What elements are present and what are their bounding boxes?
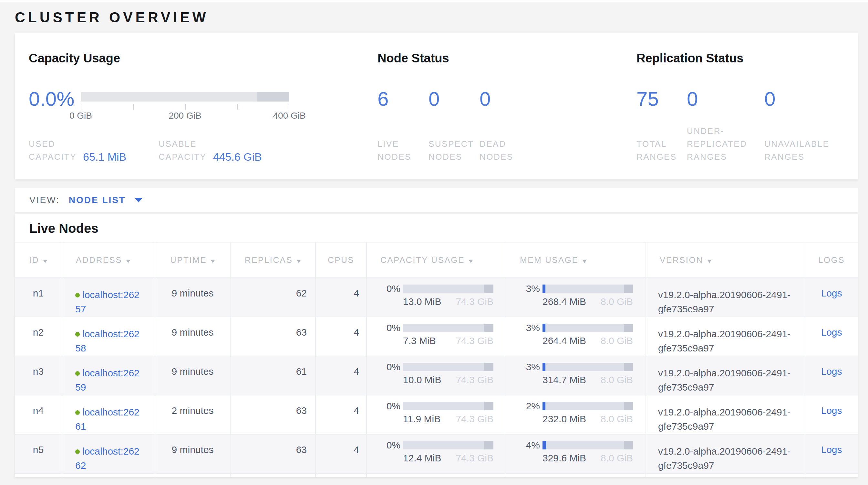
column-header-label: MEM USAGE	[520, 255, 578, 265]
capacity-bar-reserved-segment	[485, 363, 493, 371]
node-cpus-cell: 4	[315, 317, 367, 356]
column-header-address[interactable]: ADDRESS	[62, 242, 155, 278]
column-header-capacity[interactable]: CAPACITY USAGE	[367, 242, 506, 278]
node-logs-link[interactable]: Logs	[821, 366, 842, 377]
node-live-status-icon	[75, 332, 80, 337]
capacity-used-label: 10.0 MiB	[403, 374, 441, 386]
capacity-usage-bar	[403, 363, 493, 371]
capacity-usage-bar	[403, 402, 493, 410]
mem-used-label: 268.4 MiB	[542, 296, 586, 307]
mem-used-label: 264.4 MiB	[542, 335, 586, 346]
summary-stat: 0 SUSPECTNODES	[429, 89, 479, 163]
node-address-cell: localhost:26257	[62, 278, 155, 317]
stat-value: 75	[637, 89, 687, 109]
view-dropdown-value: NODE LIST	[69, 195, 126, 205]
node-address-link[interactable]: localhost:26261	[75, 407, 140, 432]
node-version-cell: v19.2.0-alpha.20190606-2491-gfe735c9a97	[646, 434, 805, 473]
mem-used-label: 232.0 MiB	[542, 413, 586, 425]
view-selector-bar: VIEW: NODE LIST	[15, 188, 858, 212]
gauge-tick	[185, 104, 186, 110]
node-capacity-usage-cell: 0% 11.9 MiB 74.3 GiB	[367, 395, 506, 434]
view-dropdown[interactable]: NODE LIST	[69, 195, 143, 205]
node-logs-link[interactable]: Logs	[821, 444, 842, 455]
mem-total-label: 8.0 GiB	[600, 335, 633, 346]
sort-arrow-icon	[297, 260, 301, 263]
node-replicas-cell: 63	[230, 317, 315, 356]
mem-total-label: 8.0 GiB	[600, 453, 633, 464]
node-logs-link[interactable]: Logs	[821, 405, 842, 416]
capacity-usage-section: Capacity Usage 0.0%	[15, 51, 377, 179]
stat-label: LIVENODES	[377, 137, 429, 163]
node-address-link[interactable]: localhost:26257	[75, 289, 140, 314]
node-mem-usage-cell: 3% 264.4 MiB 8.0 GiB	[506, 317, 646, 356]
node-mem-usage-cell: 2% 232.0 MiB 8.0 GiB	[506, 395, 646, 434]
node-logs-cell: Logs	[805, 278, 858, 317]
node-address-link[interactable]: localhost:26262	[75, 446, 140, 471]
mem-bar-reserved-segment	[624, 441, 633, 450]
cluster-overview-screen: CLUSTER OVERVIEW Capacity Usage 0.0%	[0, 0, 868, 485]
column-header-replicas[interactable]: REPLICAS	[230, 242, 315, 278]
chevron-down-icon	[135, 198, 143, 202]
stat-value: 0	[479, 89, 531, 109]
column-header-logs: LOGS	[805, 242, 858, 278]
capacity-gauge-ticks	[81, 104, 289, 110]
node-uptime-cell: 2 minutes	[155, 395, 230, 434]
node-address-cell: localhost:26261	[62, 395, 155, 434]
summary-stat: 0 DEADNODES	[479, 89, 531, 163]
node-live-status-icon	[75, 293, 80, 297]
stat-value: 6	[377, 89, 429, 109]
stat-label: DEADNODES	[479, 137, 531, 163]
column-header-id[interactable]: ID	[15, 242, 62, 278]
page-title: CLUSTER OVERVIEW	[15, 9, 868, 26]
stat-value: 0	[429, 89, 479, 109]
stat-label: TOTALRANGES	[637, 137, 687, 163]
capacity-total-label: 74.3 GiB	[456, 374, 493, 386]
column-header-label: VERSION	[660, 255, 703, 265]
capacity-total-label: 74.3 GiB	[456, 335, 493, 346]
node-mem-usage-cell: 4% 329.6 MiB 8.0 GiB	[506, 434, 646, 473]
sort-arrow-icon	[707, 260, 712, 263]
column-header-label: LOGS	[818, 255, 845, 265]
mem-used-label: 329.6 MiB	[542, 453, 586, 464]
node-uptime-cell: 9 minutes	[155, 434, 230, 473]
mem-usage-bar	[542, 363, 633, 371]
gauge-tick	[133, 104, 134, 110]
node-uptime-cell: 9 minutes	[155, 278, 230, 317]
node-mem-usage-cell: 3% 268.4 MiB 8.0 GiB	[506, 278, 646, 317]
table-row: n4 localhost:26261 2 minutes 63 4 0% 11.…	[15, 395, 858, 434]
column-header-version[interactable]: VERSION	[646, 242, 805, 278]
node-status-heading: Node Status	[377, 51, 637, 66]
node-address-link[interactable]: localhost:26259	[75, 368, 140, 393]
capacity-usage-bar	[403, 324, 493, 332]
column-header-mem[interactable]: MEM USAGE	[506, 242, 646, 278]
live-nodes-card: Live Nodes IDADDRESSUPTIMEREPLICASCPUSCA…	[15, 214, 858, 477]
stat-label: UNAVAILABLERANGES	[764, 137, 829, 163]
column-header-label: UPTIME	[170, 255, 207, 265]
gauge-tick-label: 200 GiB	[168, 111, 201, 121]
mem-percent-label: 3%	[520, 285, 540, 293]
node-version-cell: v19.2.0-alpha.20190606-2491-gfe735c9a97	[646, 278, 805, 317]
sort-arrow-icon	[469, 260, 473, 263]
sort-arrow-icon	[126, 260, 130, 263]
node-address-link[interactable]: localhost:26258	[75, 329, 140, 353]
capacity-bar-reserved-segment	[485, 324, 493, 332]
capacity-gauge: 0 GiB200 GiB400 GiB	[81, 89, 289, 121]
column-header-uptime[interactable]: UPTIME	[155, 242, 230, 278]
capacity-used-label: 13.0 MiB	[403, 296, 441, 307]
live-nodes-heading: Live Nodes	[15, 214, 858, 242]
summary-stat: 75 TOTALRANGES	[637, 89, 687, 163]
stat-value: 0	[687, 89, 764, 109]
node-cpus-cell: 4	[315, 356, 367, 395]
node-logs-link[interactable]: Logs	[821, 327, 842, 338]
mem-total-label: 8.0 GiB	[600, 374, 633, 386]
node-logs-link[interactable]: Logs	[821, 288, 842, 298]
capacity-usage-heading: Capacity Usage	[29, 51, 377, 66]
capacity-stat-group: USEDCAPACITY 65.1 MiB USABLECAPACITY 445…	[29, 137, 262, 163]
node-capacity-usage-cell: 0% 7.3 MiB 74.3 GiB	[367, 317, 506, 356]
capacity-stats-area: 0.0% 0 GiB200 GiB400 GiB	[29, 89, 377, 163]
node-mem-usage-cell: 3% 314.7 MiB 8.0 GiB	[506, 356, 646, 395]
mem-used-label: 314.7 MiB	[542, 374, 586, 386]
node-logs-cell: Logs	[805, 434, 858, 473]
replication-status-stats: 75 TOTALRANGES 0 UNDER-REPLICATEDRANGES …	[637, 89, 858, 163]
partial-next-row	[15, 473, 858, 477]
